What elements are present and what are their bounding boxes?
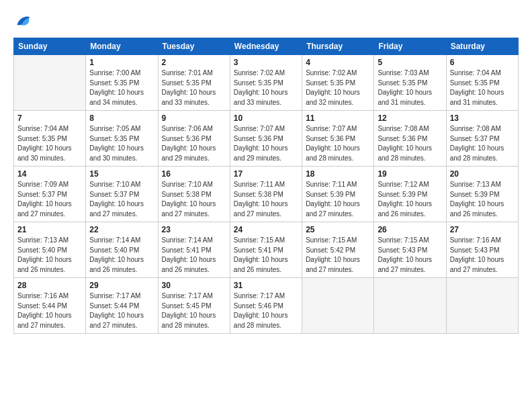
day-number: 17: [234, 169, 298, 179]
day-info: Sunrise: 7:12 AM Sunset: 5:39 PM Dayligh…: [378, 180, 442, 219]
calendar-cell: 20Sunrise: 7:13 AM Sunset: 5:39 PM Dayli…: [446, 167, 518, 222]
day-info: Sunrise: 7:09 AM Sunset: 5:37 PM Dayligh…: [17, 180, 82, 219]
weekday-header-row: SundayMondayTuesdayWednesdayThursdayFrid…: [14, 38, 519, 55]
day-number: 1: [89, 58, 154, 67]
day-number: 18: [306, 169, 370, 179]
day-info: Sunrise: 7:15 AM Sunset: 5:42 PM Dayligh…: [306, 236, 370, 275]
day-number: 20: [450, 169, 515, 179]
calendar-cell: 4Sunrise: 7:02 AM Sunset: 5:35 PM Daylig…: [302, 55, 374, 111]
day-number: 9: [162, 113, 226, 123]
day-number: 26: [378, 225, 442, 234]
day-info: Sunrise: 7:17 AM Sunset: 5:44 PM Dayligh…: [89, 291, 154, 330]
day-number: 10: [234, 113, 298, 123]
calendar-cell: 11Sunrise: 7:07 AM Sunset: 5:36 PM Dayli…: [302, 111, 374, 167]
day-number: 15: [89, 169, 154, 179]
calendar-week-row: 1Sunrise: 7:00 AM Sunset: 5:35 PM Daylig…: [14, 55, 519, 111]
calendar-cell: 21Sunrise: 7:13 AM Sunset: 5:40 PM Dayli…: [14, 222, 86, 278]
calendar-week-row: 28Sunrise: 7:16 AM Sunset: 5:44 PM Dayli…: [14, 278, 519, 334]
calendar-cell: 1Sunrise: 7:00 AM Sunset: 5:35 PM Daylig…: [86, 55, 158, 111]
weekday-header: Monday: [86, 38, 158, 55]
day-info: Sunrise: 7:08 AM Sunset: 5:36 PM Dayligh…: [378, 124, 442, 163]
day-info: Sunrise: 7:14 AM Sunset: 5:40 PM Dayligh…: [89, 236, 154, 275]
calendar-cell: [14, 55, 86, 111]
day-number: 21: [17, 225, 82, 234]
weekday-header: Tuesday: [158, 38, 230, 55]
day-info: Sunrise: 7:11 AM Sunset: 5:39 PM Dayligh…: [306, 180, 370, 219]
calendar-cell: 8Sunrise: 7:05 AM Sunset: 5:35 PM Daylig…: [86, 111, 158, 167]
day-info: Sunrise: 7:15 AM Sunset: 5:43 PM Dayligh…: [378, 236, 442, 275]
day-info: Sunrise: 7:02 AM Sunset: 5:35 PM Dayligh…: [306, 68, 370, 107]
day-number: 8: [89, 113, 154, 123]
day-number: 27: [450, 225, 515, 234]
day-info: Sunrise: 7:16 AM Sunset: 5:43 PM Dayligh…: [450, 236, 515, 275]
calendar-cell: 9Sunrise: 7:06 AM Sunset: 5:36 PM Daylig…: [158, 111, 230, 167]
calendar-cell: 12Sunrise: 7:08 AM Sunset: 5:36 PM Dayli…: [374, 111, 446, 167]
calendar-cell: 28Sunrise: 7:16 AM Sunset: 5:44 PM Dayli…: [14, 278, 86, 334]
calendar-week-row: 21Sunrise: 7:13 AM Sunset: 5:40 PM Dayli…: [14, 222, 519, 278]
day-number: 7: [17, 113, 82, 123]
day-number: 22: [89, 225, 154, 234]
day-number: 2: [162, 58, 226, 67]
page: SundayMondayTuesdayWednesdayThursdayFrid…: [0, 0, 532, 411]
day-info: Sunrise: 7:13 AM Sunset: 5:40 PM Dayligh…: [17, 236, 82, 275]
day-number: 30: [162, 281, 226, 290]
day-info: Sunrise: 7:07 AM Sunset: 5:36 PM Dayligh…: [306, 124, 370, 163]
calendar-cell: 25Sunrise: 7:15 AM Sunset: 5:42 PM Dayli…: [302, 222, 374, 278]
day-info: Sunrise: 7:04 AM Sunset: 5:35 PM Dayligh…: [17, 124, 82, 163]
calendar-cell: 2Sunrise: 7:01 AM Sunset: 5:35 PM Daylig…: [158, 55, 230, 111]
calendar-cell: 24Sunrise: 7:15 AM Sunset: 5:41 PM Dayli…: [230, 222, 302, 278]
day-number: 25: [306, 225, 370, 234]
calendar-cell: 18Sunrise: 7:11 AM Sunset: 5:39 PM Dayli…: [302, 167, 374, 222]
calendar-cell: 16Sunrise: 7:10 AM Sunset: 5:38 PM Dayli…: [158, 167, 230, 222]
day-info: Sunrise: 7:10 AM Sunset: 5:38 PM Dayligh…: [162, 180, 226, 219]
calendar-cell: 14Sunrise: 7:09 AM Sunset: 5:37 PM Dayli…: [14, 167, 86, 222]
calendar-cell: 22Sunrise: 7:14 AM Sunset: 5:40 PM Dayli…: [86, 222, 158, 278]
calendar-cell: 10Sunrise: 7:07 AM Sunset: 5:36 PM Dayli…: [230, 111, 302, 167]
calendar-cell: 23Sunrise: 7:14 AM Sunset: 5:41 PM Dayli…: [158, 222, 230, 278]
logo: [13, 12, 35, 31]
day-info: Sunrise: 7:01 AM Sunset: 5:35 PM Dayligh…: [162, 68, 226, 107]
calendar-cell: 31Sunrise: 7:17 AM Sunset: 5:46 PM Dayli…: [230, 278, 302, 334]
calendar-cell: 5Sunrise: 7:03 AM Sunset: 5:35 PM Daylig…: [374, 55, 446, 111]
weekday-header: Wednesday: [230, 38, 302, 55]
logo-icon: [13, 12, 32, 31]
calendar-cell: [446, 278, 518, 334]
weekday-header: Saturday: [446, 38, 518, 55]
day-number: 24: [234, 225, 298, 234]
day-info: Sunrise: 7:02 AM Sunset: 5:35 PM Dayligh…: [234, 68, 298, 107]
calendar-cell: 3Sunrise: 7:02 AM Sunset: 5:35 PM Daylig…: [230, 55, 302, 111]
calendar-table: SundayMondayTuesdayWednesdayThursdayFrid…: [13, 38, 519, 334]
calendar-cell: 30Sunrise: 7:17 AM Sunset: 5:45 PM Dayli…: [158, 278, 230, 334]
calendar-cell: 26Sunrise: 7:15 AM Sunset: 5:43 PM Dayli…: [374, 222, 446, 278]
calendar-cell: 6Sunrise: 7:04 AM Sunset: 5:35 PM Daylig…: [446, 55, 518, 111]
day-info: Sunrise: 7:06 AM Sunset: 5:36 PM Dayligh…: [162, 124, 226, 163]
day-number: 14: [17, 169, 82, 179]
day-number: 6: [450, 58, 515, 67]
day-info: Sunrise: 7:07 AM Sunset: 5:36 PM Dayligh…: [234, 124, 298, 163]
weekday-header: Sunday: [14, 38, 86, 55]
day-number: 19: [378, 169, 442, 179]
day-number: 16: [162, 169, 226, 179]
calendar-week-row: 7Sunrise: 7:04 AM Sunset: 5:35 PM Daylig…: [14, 111, 519, 167]
calendar-cell: 17Sunrise: 7:11 AM Sunset: 5:38 PM Dayli…: [230, 167, 302, 222]
day-info: Sunrise: 7:14 AM Sunset: 5:41 PM Dayligh…: [162, 236, 226, 275]
calendar-cell: 13Sunrise: 7:08 AM Sunset: 5:37 PM Dayli…: [446, 111, 518, 167]
day-info: Sunrise: 7:00 AM Sunset: 5:35 PM Dayligh…: [89, 68, 154, 107]
calendar-cell: 15Sunrise: 7:10 AM Sunset: 5:37 PM Dayli…: [86, 167, 158, 222]
day-info: Sunrise: 7:17 AM Sunset: 5:46 PM Dayligh…: [234, 291, 298, 330]
day-number: 31: [234, 281, 298, 290]
calendar-week-row: 14Sunrise: 7:09 AM Sunset: 5:37 PM Dayli…: [14, 167, 519, 222]
weekday-header: Friday: [374, 38, 446, 55]
day-info: Sunrise: 7:08 AM Sunset: 5:37 PM Dayligh…: [450, 124, 515, 163]
calendar-cell: [302, 278, 374, 334]
day-number: 28: [17, 281, 82, 290]
calendar-cell: [374, 278, 446, 334]
day-number: 13: [450, 113, 515, 123]
day-number: 11: [306, 113, 370, 123]
calendar-cell: 7Sunrise: 7:04 AM Sunset: 5:35 PM Daylig…: [14, 111, 86, 167]
calendar-cell: 29Sunrise: 7:17 AM Sunset: 5:44 PM Dayli…: [86, 278, 158, 334]
day-number: 3: [234, 58, 298, 67]
day-info: Sunrise: 7:11 AM Sunset: 5:38 PM Dayligh…: [234, 180, 298, 219]
day-number: 5: [378, 58, 442, 67]
day-info: Sunrise: 7:10 AM Sunset: 5:37 PM Dayligh…: [89, 180, 154, 219]
